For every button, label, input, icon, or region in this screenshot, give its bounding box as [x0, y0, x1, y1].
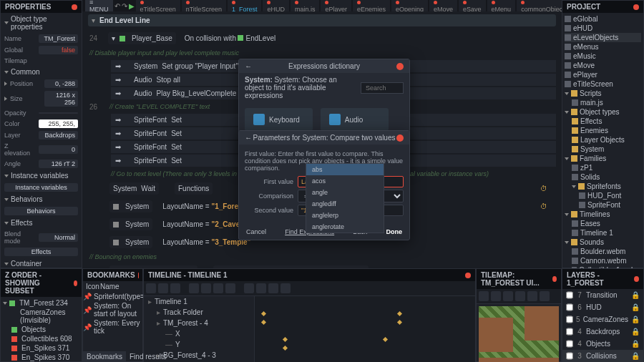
object-ref[interactable]: System [125, 238, 149, 246]
tree-item[interactable]: eHUD [565, 24, 641, 33]
zorder-item[interactable]: Objects [3, 325, 79, 334]
iv-button[interactable]: Instance variables [4, 183, 78, 192]
tree-item[interactable]: Effects [565, 117, 641, 126]
layer-visible-checkbox[interactable] [566, 351, 573, 361]
object-ref[interactable]: Player_Base [132, 34, 172, 42]
redo-icon[interactable]: ↷ [122, 2, 127, 10]
ac-item[interactable]: angle [306, 187, 384, 198]
tree-item[interactable]: eGlobal [565, 14, 641, 24]
action-target[interactable]: Audio [134, 89, 152, 97]
tl-rewind-icon[interactable] [189, 283, 199, 293]
tree-item[interactable]: Object types [565, 107, 641, 117]
lock-icon[interactable]: 🔒 [631, 303, 640, 311]
object-ref[interactable]: System [125, 202, 149, 210]
expr-audio[interactable]: Audio [321, 108, 389, 131]
ac-item[interactable]: anglediff [306, 198, 384, 210]
expr-keyboard[interactable]: Keyboard [245, 108, 313, 131]
lock-icon[interactable]: 🔒 [631, 340, 640, 348]
lock-icon[interactable]: 🔒 [631, 328, 640, 336]
tree-item[interactable]: Timeline 1 [565, 228, 641, 238]
tree-item[interactable]: eLevelObjects [565, 33, 641, 42]
group-title[interactable]: End Level Line [99, 16, 150, 24]
tile-rect-icon[interactable] [491, 291, 501, 301]
tree-item[interactable]: SpriteFont [565, 200, 641, 210]
bookmark-icon[interactable]: ⏱ [540, 202, 547, 210]
tile-flip-icon[interactable] [515, 291, 525, 301]
tree-item[interactable]: Scripts [565, 89, 641, 98]
tile-pencil-icon[interactable] [479, 291, 489, 301]
timeline-track[interactable]: ▸Timeline 1 [144, 296, 254, 307]
angle-field[interactable]: 126 rT 2 [39, 160, 78, 168]
play-icon[interactable]: ▶ [129, 2, 135, 10]
ac-item[interactable]: acos [306, 175, 384, 187]
timeline-track[interactable]: ▸TM_Forest - 4 [144, 318, 254, 328]
tl-loop-icon[interactable] [225, 283, 235, 293]
timeline-track[interactable]: —X [144, 328, 254, 339]
close-icon[interactable] [634, 276, 639, 282]
zorder-item[interactable]: En_Spikes 370 [3, 353, 79, 362]
lock-icon[interactable]: 🔒 [631, 315, 640, 323]
layer-row[interactable]: 6HUD🔒 [562, 301, 643, 313]
tree-item[interactable]: zP1 [565, 163, 641, 172]
tile-rotate-icon[interactable] [527, 291, 537, 301]
layer-visible-checkbox[interactable] [566, 327, 573, 336]
tl-play-icon[interactable] [201, 283, 211, 293]
tree-item[interactable]: eMove [565, 61, 641, 70]
tree-item[interactable]: ePlayer [565, 70, 641, 79]
blend-dropdown[interactable]: Normal [39, 233, 78, 242]
size-field[interactable]: 1216 x 256 [44, 91, 78, 107]
cancel-button[interactable]: Cancel [246, 228, 266, 235]
close-icon[interactable] [72, 4, 77, 10]
layer-dropdown[interactable]: Backdrops [39, 131, 78, 140]
zorder-item[interactable]: CameraZones (Invisible) [3, 308, 79, 325]
layer-row[interactable]: 4Objects🔒 [562, 338, 643, 350]
tree-item[interactable]: Timelines [565, 210, 641, 219]
tl-zoom-icon[interactable] [244, 283, 254, 293]
action-target[interactable]: System [134, 62, 157, 70]
tl-forward-icon[interactable] [213, 283, 223, 293]
tree-item[interactable]: eMenus [565, 42, 641, 52]
layer-visible-checkbox[interactable] [566, 303, 573, 312]
layer-row[interactable]: 7Transition🔒 [562, 289, 643, 301]
layer-visible-checkbox[interactable] [566, 290, 573, 300]
action-target[interactable]: Audio [134, 76, 152, 84]
tree-item[interactable]: Solids [565, 172, 641, 182]
search-input[interactable] [361, 82, 404, 94]
close-icon[interactable] [396, 63, 404, 70]
tree-item[interactable]: Cannon.webm [565, 256, 641, 265]
tree-item[interactable]: Boulder.webm [565, 247, 641, 256]
tile-erase-icon[interactable] [503, 291, 513, 301]
object-ref[interactable]: System [125, 220, 149, 228]
zorder-item[interactable]: TM_Forest 234 [3, 298, 79, 308]
close-icon[interactable] [74, 280, 77, 286]
bookmark-row[interactable]: 📌System: On start of layout [83, 301, 142, 318]
opacity-field[interactable] [39, 112, 78, 114]
tl-marker-icon[interactable] [268, 283, 278, 293]
timeline-track[interactable]: ▸Track Folder [144, 307, 254, 318]
close-icon[interactable] [552, 276, 557, 282]
global-dropdown[interactable]: false [39, 46, 78, 54]
close-icon[interactable] [465, 273, 471, 278]
behaviors-button[interactable]: Behaviors [4, 207, 78, 215]
tree-item[interactable]: Enemies [565, 126, 641, 135]
zorder-item[interactable]: En_Spikes 371 [3, 343, 79, 353]
tree-item[interactable]: Sounds [565, 238, 641, 247]
object-ref[interactable]: EndLevel [245, 34, 275, 42]
lock-icon[interactable]: 🔒 [631, 291, 640, 299]
tl-snap-icon[interactable] [256, 283, 266, 293]
tree-item[interactable]: Eases [565, 219, 641, 228]
close-icon[interactable] [633, 4, 639, 10]
ac-item[interactable]: abs [306, 164, 384, 175]
tree-item[interactable]: Families [565, 154, 641, 163]
tree-item[interactable]: Spritefonts [565, 182, 641, 191]
timeline-canvas[interactable] [255, 296, 475, 362]
layer-row[interactable]: 4Backdrops🔒 [562, 326, 643, 338]
tilemap-canvas[interactable] [479, 306, 559, 362]
bookmark-icon[interactable]: ⏱ [540, 185, 547, 192]
tile-save-icon[interactable] [540, 291, 550, 301]
tree-item[interactable]: eMusic [565, 52, 641, 61]
tree-item[interactable]: main.js [565, 98, 641, 107]
done-button[interactable]: Done [386, 228, 402, 235]
ac-item[interactable]: anglelerp [306, 210, 384, 221]
tab-bookmarks[interactable]: Bookmarks [83, 351, 126, 362]
